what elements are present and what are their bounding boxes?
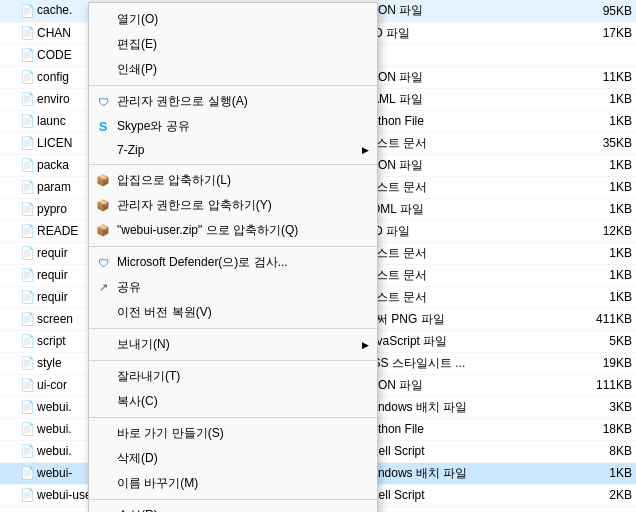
file-size: 5KB [539,330,636,352]
file-icon: 📄 [20,334,34,348]
compress-icon: 📦 [95,173,111,189]
file-type: JSON 파일 [360,154,539,176]
file-type: TOML 파일 [360,198,539,220]
file-icon: 📄 [20,4,34,18]
file-type: JSON 파일 [360,0,539,22]
file-icon: 📄 [20,488,34,502]
menu-separator [89,246,377,247]
menu-item-label: Skype와 공유 [117,118,353,135]
file-type: 텍스트 문서 [360,176,539,198]
file-size: 411KB [539,308,636,330]
menu-item-skype[interactable]: SSkype와 공유 [89,114,377,139]
defender-icon: 🛡 [95,255,111,271]
file-icon: 📄 [20,400,34,414]
file-size: 19KB [539,352,636,374]
file-icon: 📄 [20,26,34,40]
file-size: 1KB [539,462,636,484]
file-size: 35KB [539,132,636,154]
compress-icon: 📦 [95,223,111,239]
file-type: MD 파일 [360,220,539,242]
file-size: 1KB [539,264,636,286]
file-icon: 📄 [20,48,34,62]
menu-item-copy[interactable]: 복사(C) [89,389,377,414]
menu-item-label: 7-Zip [117,143,353,157]
file-icon: 📄 [20,466,34,480]
file-type: JSON 파일 [360,374,539,396]
file-type [360,44,539,66]
menu-item-label: 관리자 권한으로 실행(A) [117,93,353,110]
file-type: 텍스트 문서 [360,132,539,154]
file-size: 95KB [539,0,636,22]
file-type: Windows 배치 파일 [360,462,539,484]
shield-icon: 🛡 [95,94,111,110]
file-icon: 📄 [20,158,34,172]
compress-icon: 📦 [95,198,111,214]
menu-item-print[interactable]: 인쇄(P) [89,57,377,82]
file-size: 11KB [539,66,636,88]
file-type: Python File [360,110,539,132]
file-size: 1KB [539,110,636,132]
file-size: 1KB [539,154,636,176]
menu-item-label: 열기(O) [117,11,353,28]
file-icon: 📄 [20,224,34,238]
menu-item-share[interactable]: ↗공유 [89,275,377,300]
menu-item-open[interactable]: 열기(O) [89,7,377,32]
file-size: 1KB [539,242,636,264]
file-type: 텍스트 문서 [360,286,539,308]
menu-item-label: 잘라내기(T) [117,368,353,385]
context-menu: 열기(O)편집(E)인쇄(P)🛡관리자 권한으로 실행(A)SSkype와 공유… [88,2,378,512]
file-icon: 📄 [20,422,34,436]
menu-item-rename[interactable]: 이름 바꾸기(M) [89,471,377,496]
menu-item-runas[interactable]: 🛡관리자 권한으로 실행(A) [89,89,377,114]
menu-item-label: 관리자 권한으로 압축하기(Y) [117,197,353,214]
file-icon: 📄 [20,268,34,282]
menu-item-label: 복사(C) [117,393,353,410]
menu-item-label: 공유 [117,279,353,296]
menu-item-label: 바로 가기 만들기(S) [117,425,353,442]
file-size [539,44,636,66]
file-type: JavaScript 파일 [360,330,539,352]
file-icon: 📄 [20,136,34,150]
file-type: Shell Script [360,440,539,462]
menu-item-restore[interactable]: 이전 버전 복원(V) [89,300,377,325]
menu-item-delete[interactable]: 삭제(D) [89,446,377,471]
explorer-background: 📄cache. 10:10 JSON 파일 95KB 📄CHAN 5:02 MD… [0,0,636,512]
menu-separator [89,360,377,361]
menu-separator [89,85,377,86]
menu-item-7zip[interactable]: 7-Zip [89,139,377,161]
file-icon: 📄 [20,356,34,370]
menu-item-compress-zip[interactable]: 📦"webui-user.zip" 으로 압축하기(Q) [89,218,377,243]
file-icon: 📄 [20,92,34,106]
file-icon: 📄 [20,290,34,304]
menu-item-defender[interactable]: 🛡Microsoft Defender(으)로 검사... [89,250,377,275]
file-size: 1KB [539,176,636,198]
file-size: 18KB [539,418,636,440]
file-icon: 📄 [20,312,34,326]
file-icon: 📄 [20,444,34,458]
menu-item-edit[interactable]: 편집(E) [89,32,377,57]
skype-icon: S [95,119,111,135]
menu-item-cut[interactable]: 잘라내기(T) [89,364,377,389]
file-size: 12KB [539,220,636,242]
file-icon: 📄 [20,202,34,216]
menu-item-label: 편집(E) [117,36,353,53]
file-size: 8KB [539,440,636,462]
menu-item-shortcut[interactable]: 바로 가기 만들기(S) [89,421,377,446]
menu-item-label: 인쇄(P) [117,61,353,78]
file-size: 1KB [539,88,636,110]
share-icon: ↗ [95,280,111,296]
menu-item-props[interactable]: 속성(R) [89,503,377,512]
menu-item-send[interactable]: 보내기(N) [89,332,377,357]
file-type: 텍스트 문서 [360,264,539,286]
file-icon: 📄 [20,246,34,260]
menu-item-compress[interactable]: 📦압집으로 압축하기(L) [89,168,377,193]
file-type: MD 파일 [360,22,539,44]
menu-item-label: 이름 바꾸기(M) [117,475,353,492]
file-size: 2KB [539,484,636,506]
file-icon: 📄 [20,378,34,392]
menu-separator [89,328,377,329]
file-type: Shell Script [360,484,539,506]
file-type: Python File [360,418,539,440]
file-type: YAML 파일 [360,88,539,110]
menu-item-compress-admin[interactable]: 📦관리자 권한으로 압축하기(Y) [89,193,377,218]
